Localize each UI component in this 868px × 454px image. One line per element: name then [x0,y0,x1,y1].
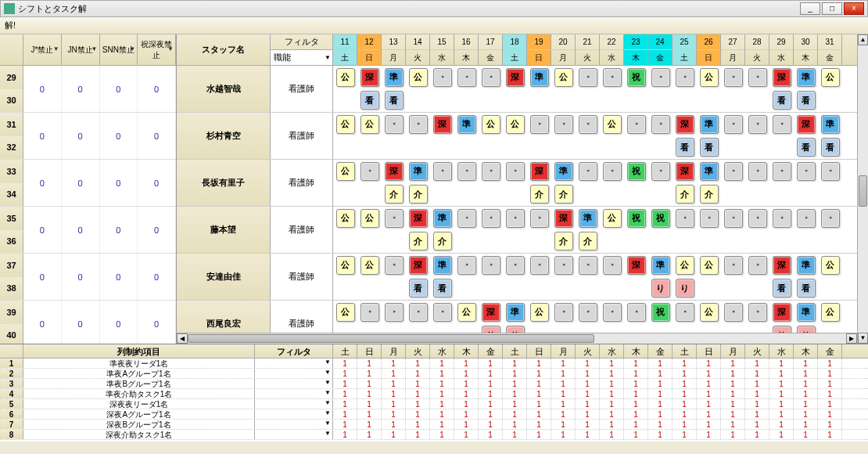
constraint-value[interactable]: 1 [745,409,769,419]
constraint-value[interactable]: 1 [430,379,454,388]
constraint-value[interactable]: 1 [576,389,600,398]
shift-cell[interactable]: 深 [769,254,794,277]
shift-cell[interactable]: ・ [794,207,818,230]
dropdown-icon[interactable]: ▼ [167,45,174,52]
shift-cell[interactable]: ・ [576,160,600,183]
shift-cell[interactable] [333,324,357,333]
shift-cell[interactable]: ・ [721,66,745,89]
shift-cell[interactable] [697,230,721,254]
shift-cell[interactable]: ・ [454,207,479,230]
constraint-value[interactable]: 1 [527,359,551,368]
shift-cell[interactable] [479,230,503,254]
shift-cell[interactable] [697,277,721,301]
shift-cell[interactable]: 公 [406,66,430,89]
shift-badge-shin[interactable]: 深 [773,303,791,322]
shift-cell[interactable] [576,183,600,207]
left-cell[interactable]: 0 [23,207,62,253]
shift-badge-shin[interactable]: 深 [409,209,428,228]
shift-cell[interactable] [576,136,600,160]
constraint-value[interactable]: 1 [551,420,576,429]
shift-cell[interactable]: り [503,324,527,333]
shift-badge-kou[interactable]: 公 [700,68,719,87]
constraint-value[interactable]: 1 [600,409,624,419]
shift-badge-dot[interactable]: ・ [457,162,476,181]
shift-badge-dot[interactable]: ・ [821,162,840,181]
shift-badge-dot[interactable]: ・ [724,162,743,181]
shift-cell[interactable]: 介 [406,183,430,207]
shift-cell[interactable]: ・ [479,207,503,230]
shift-badge-kou[interactable]: 公 [821,303,840,322]
shift-badge-jun[interactable]: 準 [457,115,476,134]
constraint-value[interactable]: 1 [576,430,600,439]
shift-cell[interactable]: 介 [527,183,551,207]
shift-cell[interactable]: ・ [551,113,576,136]
left-cell[interactable]: 0 [100,301,138,344]
shift-cell[interactable]: 準 [697,160,721,183]
constraint-value[interactable]: 1 [357,420,382,429]
scrollbar-thumb[interactable] [188,334,594,343]
shift-cell[interactable]: ・ [648,113,673,136]
shift-badge-dot[interactable]: ・ [676,303,694,322]
shift-cell[interactable] [600,136,624,160]
constraint-value[interactable]: 1 [794,420,818,429]
shift-cell[interactable]: ・ [818,207,842,230]
day-header[interactable]: 23木 [624,34,648,65]
shift-badge-ri[interactable]: り [773,326,791,333]
shift-badge-kou[interactable]: 公 [530,303,549,322]
constraint-value[interactable]: 1 [382,369,406,378]
shift-cell[interactable] [794,183,818,207]
constraint-value[interactable]: 1 [454,379,479,388]
shift-cell[interactable]: ・ [503,254,527,277]
constraint-value[interactable]: 1 [673,420,697,429]
constraint-value[interactable]: 1 [527,409,551,419]
shift-cell[interactable]: ・ [479,254,503,277]
shift-badge-shin[interactable]: 深 [482,303,500,322]
constraint-value[interactable]: 1 [333,409,357,419]
shift-cell[interactable] [624,324,648,333]
shift-cell[interactable] [673,89,697,113]
shift-cell[interactable]: 公 [818,301,842,324]
shift-badge-kou[interactable]: 公 [482,115,500,134]
constraint-value[interactable]: 1 [745,359,769,368]
shift-cell[interactable] [357,324,382,333]
day-header[interactable]: 16木 [454,34,479,65]
shift-badge-kou[interactable]: 公 [821,68,840,87]
constraint-value[interactable]: 1 [600,430,624,439]
shift-cell[interactable] [721,277,745,301]
shift-cell[interactable]: ・ [721,113,745,136]
shift-badge-dot[interactable]: ・ [457,68,476,87]
shift-badge-dot[interactable]: ・ [724,256,743,275]
shift-badge-kou[interactable]: 公 [700,256,719,275]
constraint-value[interactable]: 1 [794,389,818,398]
shift-cell[interactable] [454,136,479,160]
shift-cell[interactable]: ・ [697,207,721,230]
shift-badge-dot[interactable]: ・ [409,303,428,322]
constraint-value[interactable]: 1 [479,430,503,439]
constraint-value[interactable]: 1 [697,359,721,368]
shift-badge-kai[interactable]: 介 [700,185,719,204]
shift-cell[interactable]: 公 [357,254,382,277]
shift-cell[interactable]: 深 [673,113,697,136]
left-cell[interactable]: 0 [23,301,62,344]
constraint-value[interactable]: 1 [406,420,430,429]
shift-cell[interactable]: 準 [551,160,576,183]
shift-cell[interactable] [454,89,479,113]
shift-badge-jun[interactable]: 準 [433,209,452,228]
shift-cell[interactable] [503,183,527,207]
shift-badge-dot[interactable]: ・ [821,209,840,228]
shift-cell[interactable]: ・ [600,254,624,277]
constraint-value[interactable]: 1 [818,420,842,429]
constraint-value[interactable]: 1 [818,430,842,439]
constraint-value[interactable]: 1 [818,409,842,419]
shift-badge-kan[interactable]: 看 [821,138,840,157]
constraint-value[interactable]: 1 [527,389,551,398]
shift-badge-kai[interactable]: 介 [676,185,694,204]
shift-cell[interactable]: 看 [794,277,818,301]
constraint-value[interactable]: 1 [454,359,479,368]
shift-badge-dot[interactable]: ・ [603,256,622,275]
constraint-value[interactable]: 1 [794,369,818,378]
shift-badge-kou[interactable]: 公 [336,256,355,275]
left-cell[interactable]: 0 [138,160,176,206]
shift-cell[interactable]: ・ [406,301,430,324]
shift-badge-shin[interactable]: 深 [506,68,525,87]
